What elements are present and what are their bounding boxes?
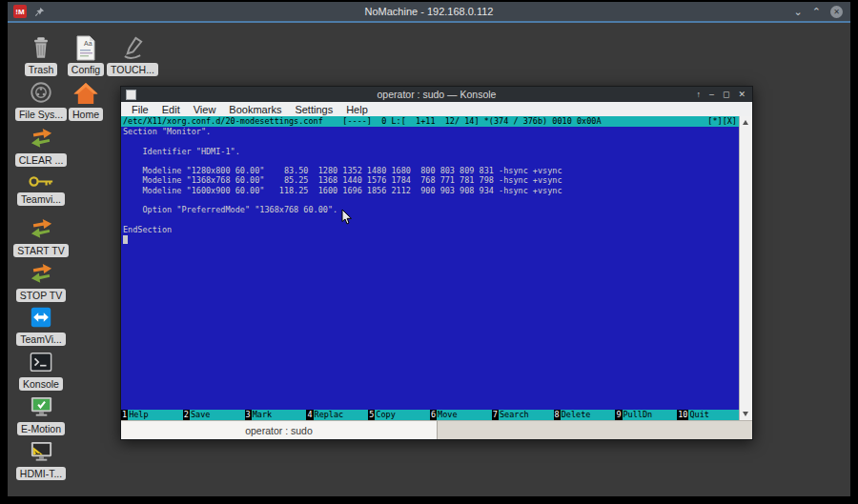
menu-file[interactable]: File (125, 104, 155, 115)
editor-line: Option "PreferredMode" "1368x768 60.00". (123, 205, 739, 214)
terminal-scrollbar[interactable] (739, 116, 752, 420)
desktop-icon-label: Config (68, 63, 104, 76)
editor-line: Identifier "HDMI-1". (123, 147, 739, 156)
desktop-icon-home[interactable]: Home (55, 79, 116, 121)
menu-edit[interactable]: Edit (155, 104, 187, 115)
editor-line (123, 136, 739, 146)
editor-line: Modeline "1280x800 60.00" 83.50 1280 135… (123, 166, 739, 175)
fkey-replace[interactable]: 4Replac (306, 410, 368, 420)
minimize-button[interactable]: – (709, 90, 714, 99)
trash-icon (29, 34, 53, 61)
fkey-save[interactable]: 2Save (183, 410, 245, 420)
editor-line (123, 195, 739, 205)
konsole-menubar: File Edit View Bookmarks Settings Help (121, 102, 752, 116)
monitor-warning-icon (29, 438, 54, 465)
reel-icon (29, 79, 53, 106)
swap-arrows-icon (29, 215, 54, 242)
text-cursor (123, 235, 128, 244)
minimize-button[interactable]: ⌄ (794, 7, 803, 16)
konsole-window: operator : sudo — Konsole ↑ – ◻ ✕ File E… (120, 86, 753, 440)
close-button[interactable]: ✕ (830, 6, 843, 18)
tab-operator-sudo[interactable]: operator : sudo (121, 421, 438, 439)
keep-above-button[interactable]: ↑ (696, 90, 701, 99)
desktop-icon-label: E-Motion (17, 422, 65, 435)
editor-cursor-line (123, 234, 739, 244)
desktop-icon-teamviewer-key[interactable]: Teamvi... (10, 171, 72, 206)
editor-line (123, 215, 739, 225)
fkey-move[interactable]: 6Move (430, 410, 492, 420)
editor-line: Modeline "1600x900 60.00" 118.25 1600 16… (123, 186, 739, 195)
svg-text:Aa: Aa (84, 40, 92, 47)
nomachine-window-title: NoMachine - 192.168.0.112 (8, 6, 850, 17)
nomachine-titlebar: !M NoMachine - 192.168.0.112 ⌄ ⌃ ✕ (8, 2, 850, 23)
fkey-quit[interactable]: 10Quit (677, 410, 739, 420)
mcedit-file-status: /etc/X11/xorg.conf.d/20-modesettings.con… (123, 116, 602, 126)
fkey-delete[interactable]: 8Delete (554, 410, 616, 420)
editor-line (123, 156, 739, 166)
mcedit-header: /etc/X11/xorg.conf.d/20-modesettings.con… (121, 116, 739, 127)
desktop-icon-label: TeamVi... (16, 333, 66, 346)
maximize-button[interactable]: ◻ (723, 90, 729, 99)
fkey-search[interactable]: 7Search (492, 410, 554, 420)
konsole-window-title: operator : sudo — Konsole (121, 89, 752, 100)
mcedit-header-buttons[interactable]: [*][X] (707, 116, 737, 126)
desktop-icon-label: Teamvi... (17, 192, 65, 206)
mcedit-content: Section "Monitor". Identifier "HDMI-1". … (123, 127, 739, 245)
fkey-copy[interactable]: 5Copy (368, 410, 430, 420)
menu-view[interactable]: View (187, 104, 223, 115)
menu-bookmarks[interactable]: Bookmarks (222, 104, 288, 115)
maximize-button[interactable]: ⌃ (812, 7, 821, 16)
desktop-icon-label: START TV (13, 244, 68, 257)
close-button[interactable]: ✕ (738, 90, 746, 99)
desktop-icon-clear[interactable]: CLEAR ... (10, 125, 72, 167)
desktop-icon-emotion[interactable]: E-Motion (10, 393, 72, 435)
desktop-icon-label: Konsole (19, 377, 63, 391)
editor-line: Section "Monitor". (123, 127, 739, 136)
desktop-icon-label: Trash (25, 63, 57, 76)
desktop-icon-label: CLEAR ... (15, 153, 68, 167)
terminal-area[interactable]: /etc/X11/xorg.conf.d/20-modesettings.con… (121, 116, 739, 420)
swap-arrows-icon (29, 125, 54, 151)
desktop-icon-label: Home (69, 108, 103, 121)
terminal-icon (29, 349, 53, 375)
monitor-check-icon (29, 393, 54, 420)
mcedit-function-bar: 1Help 2Save 3Mark 4Replac 5Copy 6Move 7S… (121, 410, 739, 420)
desktop-icon-hdmi[interactable]: HDMI-T... (10, 438, 72, 480)
fkey-pulldn[interactable]: 9PullDn (615, 410, 677, 420)
menu-settings[interactable]: Settings (288, 104, 339, 115)
konsole-tabbar: operator : sudo (121, 420, 752, 439)
desktop-icon-label: HDMI-T... (16, 467, 66, 480)
mouse-cursor (341, 209, 353, 230)
desktop-icon-teamviewer[interactable]: TeamVi... (10, 304, 72, 346)
editor-line: Modeline "1368x768 60.00" 85.25 1368 144… (123, 175, 739, 185)
fkey-mark[interactable]: 3Mark (245, 410, 307, 420)
desktop-icon-start-tv[interactable]: START TV (10, 215, 72, 257)
editor-line: EndSection (123, 225, 739, 234)
swap-arrows-icon (29, 260, 54, 287)
desktop-icon-touch[interactable]: TOUCH... (102, 34, 163, 76)
fkey-help[interactable]: 1Help (121, 410, 183, 420)
scroll-down-icon[interactable] (743, 412, 748, 416)
stylus-icon (120, 34, 146, 61)
konsole-titlebar[interactable]: operator : sudo — Konsole ↑ – ◻ ✕ (121, 87, 752, 102)
teamviewer-icon (29, 304, 53, 331)
key-icon (28, 171, 54, 191)
home-icon (72, 79, 99, 106)
scroll-up-icon[interactable] (743, 120, 748, 125)
document-icon: Aa (74, 34, 97, 61)
desktop-icon-konsole[interactable]: Konsole (10, 349, 72, 391)
desktop-icon-label: TOUCH... (107, 63, 158, 76)
desktop-icon-stop-tv[interactable]: STOP TV (10, 260, 72, 302)
menu-help[interactable]: Help (339, 104, 375, 115)
desktop-icon-label: STOP TV (16, 289, 66, 302)
